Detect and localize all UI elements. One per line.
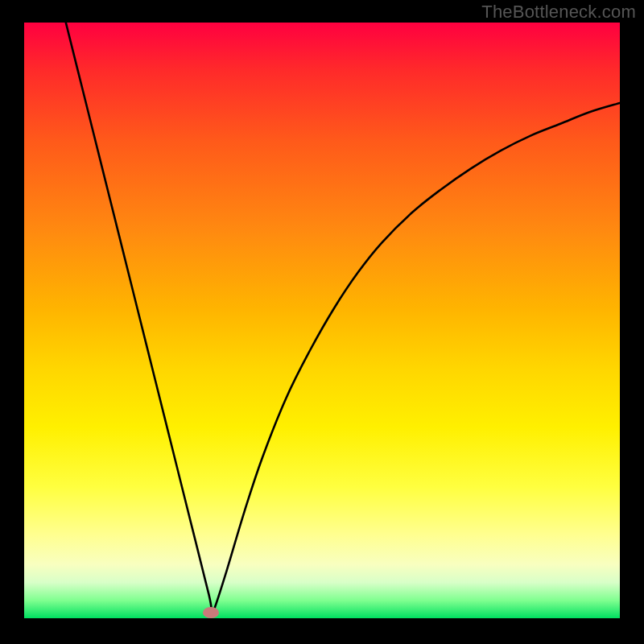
curve-svg xyxy=(24,23,620,618)
plot-area xyxy=(24,23,620,618)
watermark-text: TheBottleneck.com xyxy=(481,2,636,23)
chart-frame: TheBottleneck.com xyxy=(0,0,644,644)
bottleneck-curve xyxy=(66,23,620,613)
optimal-point-marker xyxy=(203,607,219,618)
